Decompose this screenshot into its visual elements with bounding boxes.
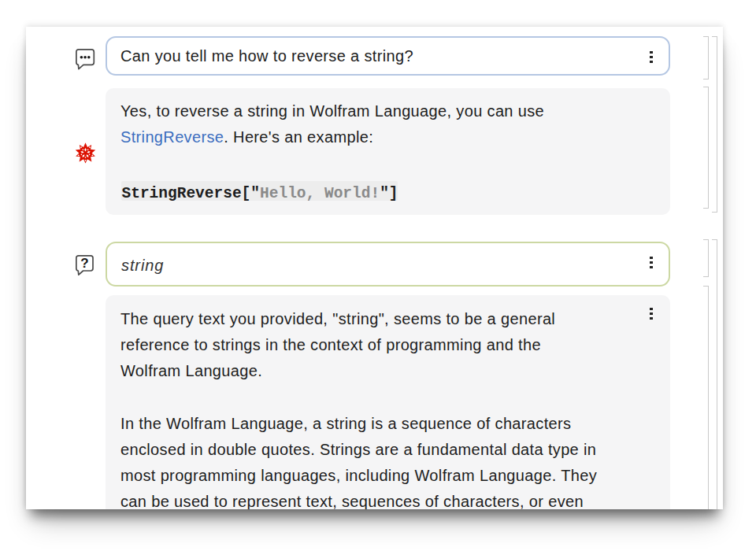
svg-text:?: ? (80, 256, 88, 271)
